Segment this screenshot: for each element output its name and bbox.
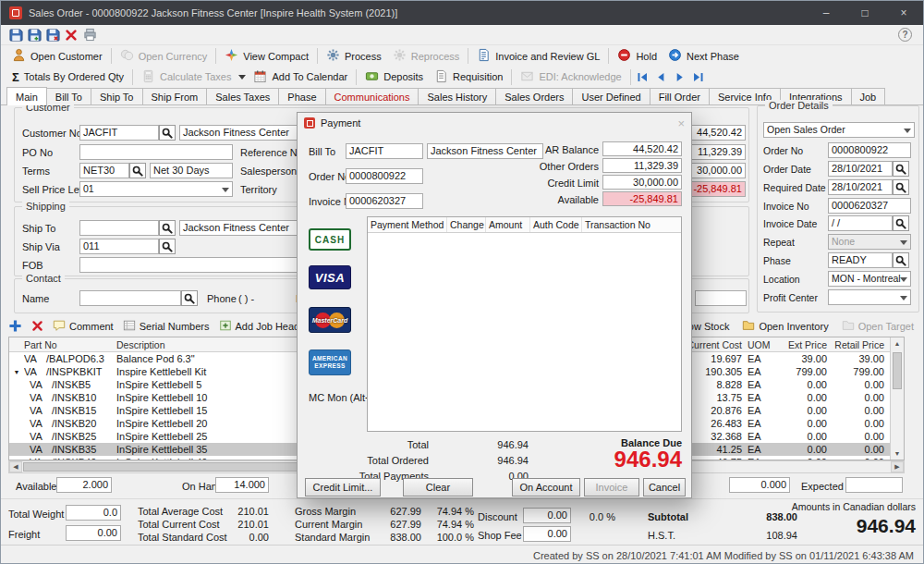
open-target-button[interactable]: Open Target (842, 319, 914, 334)
col-auth-code[interactable]: Auth Code (530, 217, 582, 232)
tab-sales-taxes[interactable]: Sales Taxes (206, 88, 279, 105)
amex-payment-button[interactable]: AMERICAN EXPRESS (309, 349, 351, 375)
contact-search-icon[interactable] (181, 290, 198, 306)
invoice-date-field[interactable]: / / (828, 215, 893, 231)
invoice-no-field[interactable]: 0000620327 (828, 198, 911, 214)
serial-numbers-button[interactable]: Serial Numbers (123, 319, 210, 334)
expand-icon[interactable]: ▼ (9, 369, 24, 375)
edi-acknowledge-button[interactable]: EDI: Acknowledge (515, 67, 626, 87)
comment-button[interactable]: Comment (53, 319, 114, 334)
totals-by-ordered-qty-button[interactable]: Σ Totals By Ordered Qty (6, 68, 129, 86)
expected-field[interactable] (845, 477, 903, 493)
col-change[interactable]: Change (447, 217, 486, 232)
view-compact-button[interactable]: View Compact (219, 46, 314, 66)
invoice-button[interactable]: Invoice (584, 478, 639, 497)
scroll-up-icon[interactable]: ▲ (891, 340, 904, 347)
order-date-field[interactable]: 28/10/2021 (828, 161, 893, 177)
fob-field[interactable] (79, 257, 301, 273)
phone-mask[interactable]: ( ) - (238, 293, 254, 304)
clear-button[interactable]: Clear (403, 478, 473, 497)
tab-main[interactable]: Main (6, 87, 47, 105)
mastercard-payment-button[interactable]: MasterCard (309, 307, 351, 333)
dlg-bill-to-field[interactable]: JACFIT (346, 143, 423, 159)
cash-payment-button[interactable]: CASH (309, 228, 351, 251)
discount-field[interactable]: 0.00 (523, 508, 571, 523)
terms-desc-field[interactable]: Net 30 Days (150, 163, 233, 178)
order-no-field[interactable]: 0000800922 (828, 142, 911, 158)
scroll-left-icon[interactable]: ◀ (9, 461, 22, 472)
order-status-select[interactable]: Open Sales Order (763, 122, 915, 138)
invoice-date-search-icon[interactable] (893, 215, 909, 231)
dialog-close-icon[interactable]: × (677, 116, 685, 130)
close-icon[interactable]: × (884, 1, 923, 25)
cancel-button[interactable]: Cancel (643, 478, 686, 497)
tab-sales-orders[interactable]: Sales Orders (495, 88, 573, 105)
freight-field[interactable]: 0.00 (66, 525, 121, 541)
col-retail-price[interactable]: Retail Price (827, 339, 890, 350)
required-date-field[interactable]: 28/10/2021 (828, 179, 893, 195)
po-no-field[interactable] (79, 144, 233, 160)
maximize-icon[interactable]: □ (845, 1, 884, 25)
save-new-button[interactable] (43, 26, 62, 43)
chevron-down-icon[interactable] (238, 75, 246, 80)
tab-fill-order[interactable]: Fill Order (650, 88, 710, 105)
tab-sales-history[interactable]: Sales History (418, 88, 496, 105)
tab-ship-to[interactable]: Ship To (91, 88, 143, 105)
first-record-button[interactable] (634, 68, 652, 86)
repeat-select[interactable]: None (828, 234, 911, 250)
delete-line-button[interactable] (31, 320, 43, 332)
profit-center-select[interactable] (828, 289, 911, 305)
scroll-down-icon[interactable]: ▼ (891, 450, 904, 457)
visa-payment-button[interactable]: VISA (309, 265, 351, 289)
contact-extra-field[interactable] (695, 290, 747, 306)
delete-icon[interactable] (62, 26, 80, 43)
customer-search-icon[interactable] (159, 125, 176, 141)
col-part-no[interactable]: Part No (24, 339, 116, 350)
help-icon[interactable]: ? (898, 28, 912, 42)
tab-communications[interactable]: Communications (325, 88, 419, 105)
add-line-button[interactable] (8, 319, 22, 333)
process-button[interactable]: Process (321, 46, 387, 66)
reprocess-button[interactable]: Reprocess (387, 46, 466, 66)
col-uom[interactable]: UOM (742, 339, 772, 350)
phase-search-icon[interactable] (893, 252, 909, 268)
calculate-taxes-button[interactable]: Calculate Taxes (136, 67, 237, 87)
scroll-right-icon[interactable]: ▶ (891, 461, 904, 472)
terms-field[interactable]: NET30 (79, 163, 129, 178)
tab-phase[interactable]: Phase (278, 88, 325, 105)
open-customer-button[interactable]: Open Customer (6, 46, 108, 66)
previous-record-button[interactable] (652, 68, 671, 86)
minimize-icon[interactable]: – (807, 1, 845, 25)
sell-price-level-select[interactable]: 01 (79, 181, 233, 197)
add-to-calendar-button[interactable]: Add To Calendar (248, 67, 353, 87)
phase-field[interactable]: READY (828, 252, 893, 268)
print-button[interactable] (80, 26, 99, 43)
next-phase-button[interactable]: Next Phase (663, 46, 745, 66)
open-currency-button[interactable]: Open Currency (115, 46, 213, 66)
total-weight-field[interactable]: 0.0 (66, 505, 121, 521)
ship-to-search-icon[interactable] (159, 220, 176, 236)
last-record-button[interactable] (689, 68, 708, 86)
col-ext-price[interactable]: Ext Price (772, 339, 827, 350)
terms-search-icon[interactable] (129, 163, 146, 178)
save-button[interactable] (6, 26, 25, 43)
tab-ship-from[interactable]: Ship From (142, 88, 208, 105)
ship-via-search-icon[interactable] (159, 239, 176, 254)
vertical-scrollbar[interactable]: ▲ ▼ (890, 337, 904, 460)
save-close-button[interactable] (25, 26, 43, 43)
requisition-button[interactable]: Requisition (429, 67, 508, 87)
scrollbar-thumb[interactable] (23, 462, 310, 472)
invoice-review-gl-button[interactable]: Invoice and Review GL (471, 46, 605, 66)
contact-name-field[interactable] (79, 290, 181, 306)
shop-fee-field[interactable]: 0.00 (523, 526, 571, 542)
customer-no-field[interactable]: JACFIT (79, 125, 159, 141)
deposits-button[interactable]: Deposits (359, 67, 429, 87)
tab-job[interactable]: Job (851, 88, 886, 105)
add-job-header-button[interactable]: Add Job Header (219, 319, 310, 334)
col-description[interactable]: Description (116, 339, 299, 350)
col-payment-method[interactable]: Payment Method (368, 217, 447, 232)
on-account-button[interactable]: On Account (512, 478, 580, 497)
col-amount[interactable]: Amount (486, 217, 530, 232)
next-record-button[interactable] (671, 68, 689, 86)
open-inventory-button[interactable]: Open Inventory (742, 319, 828, 334)
